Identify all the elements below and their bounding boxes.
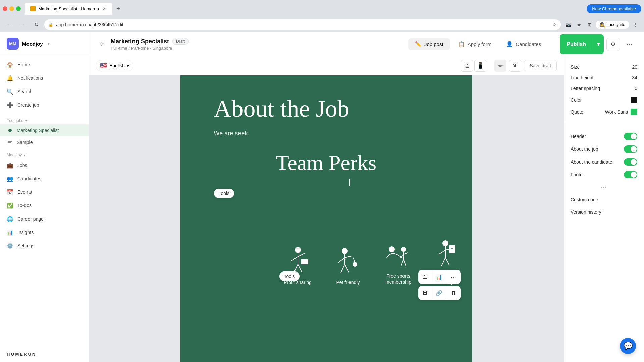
tab-bar: Marketing Specialist · Homerun ✕ + New C… <box>25 3 641 15</box>
window-controls <box>3 6 21 11</box>
todos-icon: ✅ <box>7 202 13 209</box>
browser-tab[interactable]: Marketing Specialist · Homerun ✕ <box>25 3 112 15</box>
sidebar-item-career-page[interactable]: 🌐 Career page <box>0 212 89 226</box>
sidebar-item-marketing-specialist[interactable]: Marketing Specialist <box>0 124 89 136</box>
letter-spacing-value[interactable]: 0 <box>635 86 637 91</box>
sidebar-item-events[interactable]: 📅 Events <box>0 185 89 199</box>
custom-code-row[interactable]: Custom code <box>564 194 644 206</box>
new-tab-button[interactable]: + <box>114 4 123 13</box>
about-candidate-toggle[interactable] <box>624 158 637 166</box>
apply-form-icon: 📋 <box>458 41 465 47</box>
edit-mode-button[interactable]: ✏ <box>494 60 506 72</box>
line-height-value[interactable]: 34 <box>632 75 637 80</box>
save-draft-button[interactable]: Save draft <box>524 60 557 71</box>
tab-candidates[interactable]: 👤 Candidates <box>499 38 548 50</box>
svg-rect-0 <box>8 141 12 142</box>
new-chrome-button[interactable]: New Chrome available <box>587 4 641 13</box>
publish-button[interactable]: Publish ▾ <box>560 34 604 54</box>
back-button[interactable]: ← <box>4 19 15 30</box>
split-view-icon[interactable]: ⊞ <box>585 20 594 29</box>
tab-apply-form[interactable]: 📋 Apply form <box>451 38 498 50</box>
size-value[interactable]: 20 <box>632 64 637 70</box>
topbar-settings-button[interactable]: ⚙ <box>606 38 620 51</box>
flag-icon: 🇺🇸 <box>100 62 107 69</box>
about-job-toggle[interactable] <box>624 145 637 153</box>
close-button[interactable] <box>3 6 7 11</box>
tab-job-post[interactable]: ✏️ Job post <box>408 38 450 50</box>
header-row: Header <box>564 130 644 143</box>
tools-popup[interactable]: Tools <box>279 272 300 281</box>
candidates-icon: 👥 <box>7 175 13 182</box>
sidebar-item-insights[interactable]: 📊 Insights <box>0 226 89 239</box>
canvas-toolbar: 🇺🇸 English ▾ 🖥 📱 ✏ 👁 Save dra <box>89 56 564 75</box>
svg-point-2 <box>295 247 301 253</box>
color-row: Color <box>564 94 644 106</box>
sidebar-item-search[interactable]: 🔍 Search <box>0 85 89 98</box>
mobile-view-button[interactable]: 📱 <box>474 60 486 72</box>
sidebar-item-todos[interactable]: ✅ To-dos <box>0 199 89 212</box>
footer-toggle[interactable] <box>624 171 637 178</box>
sidebar-main-nav: 🏠 Home 🔔 Notifications 🔍 Search ➕ Create… <box>0 55 89 114</box>
chat-bubble-button[interactable]: 💬 <box>620 338 636 354</box>
quote-color-swatch[interactable] <box>631 109 637 115</box>
publish-dropdown-arrow[interactable]: ▾ <box>593 38 604 51</box>
camera-off-icon[interactable]: 📷 <box>564 20 573 29</box>
block-action-more[interactable]: ⋯ <box>446 270 461 284</box>
version-history-row[interactable]: Version history <box>564 206 644 218</box>
svg-point-9 <box>342 248 347 254</box>
candidates-tab-icon: 👤 <box>506 41 513 47</box>
close-tab-button[interactable]: ✕ <box>102 6 107 11</box>
bookmark-icon[interactable]: ★ <box>574 20 584 29</box>
url-bar-row: ← → ↻ 🔒 app.homerun.co/job/336451/edit ☆… <box>0 17 644 32</box>
tools-popup-label: Tools <box>284 274 295 279</box>
tab-title: Marketing Specialist · Homerun <box>38 6 99 11</box>
browser-menu-icon[interactable]: ⋮ <box>631 20 640 29</box>
block-action-move[interactable]: 🗂 <box>418 270 432 284</box>
sidebar-item-settings[interactable]: ⚙️ Settings <box>0 239 89 252</box>
about-job-body[interactable]: We are seek <box>214 130 248 137</box>
preview-button[interactable]: 👁 <box>509 60 521 72</box>
person-illustration-3 <box>387 247 408 266</box>
reload-button[interactable]: ↻ <box>31 19 42 30</box>
header-toggle[interactable] <box>624 133 637 140</box>
block-action-link[interactable]: 🔗 <box>432 286 446 300</box>
url-bar[interactable]: 🔒 app.homerun.co/job/336451/edit ☆ <box>44 19 561 30</box>
sidebar-item-notifications[interactable]: 🔔 Notifications <box>0 71 89 85</box>
svg-line-16 <box>353 258 355 263</box>
svg-rect-30 <box>449 245 455 253</box>
forward-button[interactable]: → <box>17 19 28 30</box>
svg-line-26 <box>439 250 445 254</box>
sidebar-item-sample[interactable]: Sample <box>0 136 89 148</box>
desktop-view-button[interactable]: 🖥 <box>461 60 473 72</box>
sidebar-item-jobs[interactable]: 💼 Jobs <box>0 159 89 172</box>
job-title: Marketing Specialist <box>111 38 169 45</box>
minimize-button[interactable] <box>9 6 14 11</box>
tab-apply-form-label: Apply form <box>468 41 492 47</box>
sidebar-item-candidates[interactable]: 👥 Candidates <box>0 172 89 185</box>
star-icon[interactable]: ☆ <box>552 22 557 27</box>
block-action-image[interactable]: 🖼 <box>418 286 432 300</box>
svg-line-14 <box>345 264 349 272</box>
svg-line-20 <box>400 254 404 258</box>
sidebar-item-create-job[interactable]: ➕ Create job <box>0 98 89 112</box>
svg-rect-8 <box>301 259 308 264</box>
org-chevron-icon[interactable]: ▾ <box>48 42 50 46</box>
sidebar-item-home[interactable]: 🏠 Home <box>0 58 89 71</box>
topbar-more-button[interactable]: ⋯ <box>623 38 636 51</box>
language-selector[interactable]: 🇺🇸 English ▾ <box>96 60 133 71</box>
lang-chevron-icon: ▾ <box>127 63 129 68</box>
color-swatch[interactable] <box>631 97 637 103</box>
block-actions-primary: 🗂 📊 ⋯ <box>418 270 461 284</box>
block-action-arrange[interactable]: 📊 <box>432 270 446 284</box>
perk-label-2: Pet friendly <box>336 280 360 285</box>
block-action-delete[interactable]: 🗑 <box>446 286 461 300</box>
perks-figures: Tools <box>214 189 439 198</box>
maximize-button[interactable] <box>16 6 21 11</box>
tab-favicon <box>30 6 36 11</box>
incognito-icon: 🕵️ <box>600 22 605 27</box>
sidebar-item-career-page-label: Career page <box>17 216 44 222</box>
tools-badge[interactable]: Tools <box>214 189 234 198</box>
svg-line-5 <box>298 253 305 257</box>
sync-icon[interactable]: ⟳ <box>100 41 104 47</box>
browser-chrome: Marketing Specialist · Homerun ✕ + New C… <box>0 0 644 17</box>
